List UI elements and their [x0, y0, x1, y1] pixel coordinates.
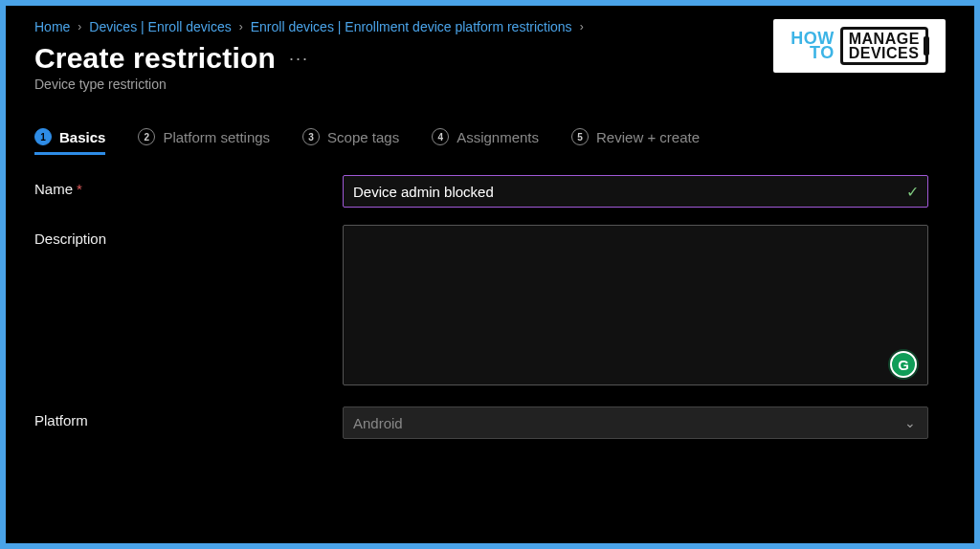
- tab-basics[interactable]: 1 Basics: [34, 128, 105, 155]
- tab-assignments[interactable]: 4 Assignments: [432, 128, 539, 155]
- breadcrumb-restrictions[interactable]: Enroll devices | Enrollment device platf…: [251, 19, 572, 34]
- tab-scope-tags[interactable]: 3 Scope tags: [302, 128, 399, 155]
- chevron-down-icon: ⌄: [904, 415, 916, 430]
- step-number-icon: 3: [302, 128, 320, 145]
- tab-review-create[interactable]: 5 Review + create: [571, 128, 700, 155]
- page-title: Create restriction: [34, 42, 276, 75]
- wizard-tabs: 1 Basics 2 Platform settings 3 Scope tag…: [34, 128, 946, 156]
- grammarly-icon[interactable]: G: [890, 351, 917, 378]
- tab-label: Platform settings: [163, 129, 270, 145]
- chevron-right-icon: ›: [580, 20, 584, 33]
- platform-select[interactable]: Android ⌄: [343, 406, 928, 439]
- step-number-icon: 2: [138, 128, 155, 145]
- step-number-icon: 5: [571, 128, 589, 145]
- form: Name* ✓ Description G Platform Android ⌄: [34, 175, 946, 439]
- platform-label: Platform: [34, 406, 343, 428]
- logo-line1: MANAGE: [849, 32, 920, 46]
- name-input[interactable]: [343, 175, 928, 208]
- brand-logo: HOW TO MANAGE DEVICES: [773, 19, 946, 73]
- tab-label: Scope tags: [327, 129, 399, 145]
- required-indicator: *: [77, 181, 82, 197]
- chevron-right-icon: ›: [78, 20, 81, 33]
- logo-to: TO: [791, 46, 835, 60]
- description-input[interactable]: [343, 225, 928, 385]
- more-button[interactable]: ···: [289, 49, 309, 69]
- platform-value: Android: [353, 415, 403, 431]
- name-label: Name*: [34, 175, 343, 197]
- logo-line2: DEVICES: [849, 46, 920, 60]
- step-number-icon: 4: [432, 128, 449, 145]
- breadcrumb-devices[interactable]: Devices | Enroll devices: [89, 19, 231, 34]
- page-subtitle: Device type restriction: [34, 77, 946, 92]
- main-panel: Home › Devices | Enroll devices › Enroll…: [6, 6, 974, 543]
- tab-label: Basics: [59, 129, 105, 145]
- breadcrumb-home[interactable]: Home: [34, 19, 70, 34]
- chevron-right-icon: ›: [239, 20, 243, 33]
- step-number-icon: 1: [34, 128, 52, 145]
- tab-label: Assignments: [457, 129, 539, 145]
- tab-platform-settings[interactable]: 2 Platform settings: [138, 128, 270, 155]
- tab-label: Review + create: [596, 129, 700, 145]
- description-label: Description: [34, 225, 343, 247]
